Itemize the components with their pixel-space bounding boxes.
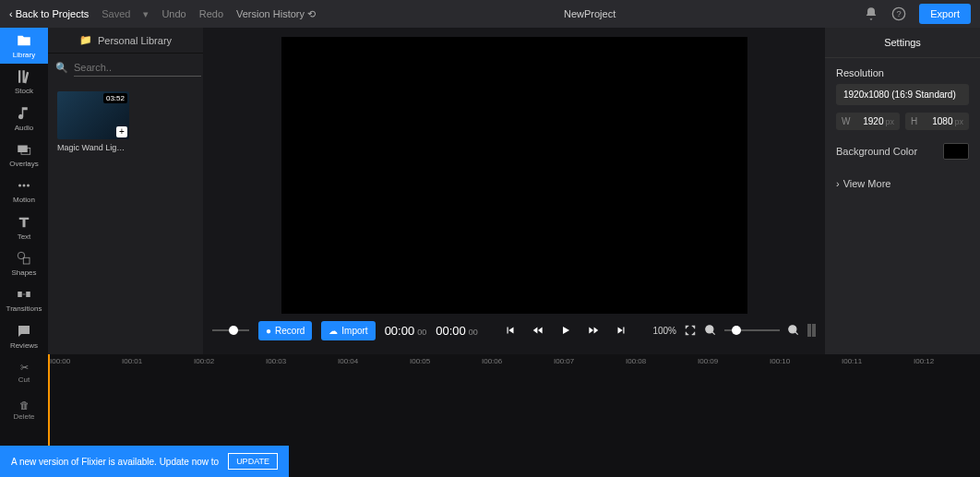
zoom-level: 100% xyxy=(652,326,676,336)
left-slider[interactable] xyxy=(212,329,249,331)
resolution-label: Resolution xyxy=(836,67,969,78)
help-icon[interactable]: ? xyxy=(891,6,906,21)
library-panel: 📁 Personal Library 🔍 ▼ ⇅ 03:52 + Magic W… xyxy=(48,28,203,354)
duration-time: 00:0000 xyxy=(436,324,478,338)
chevron-right-icon: › xyxy=(836,178,840,189)
bg-color-swatch[interactable] xyxy=(943,143,969,160)
version-history-button[interactable]: Version History ⟲ xyxy=(236,8,316,20)
bell-icon[interactable] xyxy=(864,6,878,21)
nav-shapes[interactable]: Shapes xyxy=(0,245,48,281)
skip-start-icon[interactable] xyxy=(504,324,517,337)
update-banner: A new version of Flixier is available. U… xyxy=(0,446,289,477)
nav-library[interactable]: Library xyxy=(0,28,48,64)
rewind-icon[interactable] xyxy=(532,324,544,337)
saved-dropdown-icon[interactable]: ▾ xyxy=(143,8,149,20)
clip-title: Magic Wand Light... xyxy=(57,143,129,152)
search-icon: 🔍 xyxy=(55,62,68,74)
svg-rect-10 xyxy=(26,292,30,297)
preview-canvas[interactable] xyxy=(281,37,747,314)
undo-button[interactable]: Undo xyxy=(161,8,185,19)
redo-button[interactable]: Redo xyxy=(199,8,223,19)
update-message: A new version of Flixier is available. U… xyxy=(11,457,219,467)
nav-text[interactable]: Text xyxy=(0,209,48,245)
nav-audio[interactable]: Audio xyxy=(0,101,48,137)
nav-stock[interactable]: Stock xyxy=(0,64,48,100)
project-title[interactable]: NewProject xyxy=(316,8,864,19)
record-button[interactable]: ●Record xyxy=(258,321,312,340)
svg-point-6 xyxy=(27,185,30,187)
nav-reviews[interactable]: Reviews xyxy=(0,318,48,354)
settings-panel: Settings Resolution 1920x1080 (16:9 Stan… xyxy=(825,28,980,354)
folder-icon: 📁 xyxy=(79,34,92,46)
cut-tool[interactable]: ✂Cut xyxy=(0,354,48,391)
side-nav: Library Stock Audio Overlays Motion Text… xyxy=(0,28,48,354)
view-more-toggle[interactable]: ›View More xyxy=(836,178,969,189)
back-to-projects[interactable]: ‹ Back to Projects xyxy=(9,8,89,19)
nav-motion[interactable]: Motion xyxy=(0,173,48,209)
search-input[interactable] xyxy=(74,59,201,77)
height-input[interactable]: H1080px xyxy=(905,113,969,130)
export-button[interactable]: Export xyxy=(919,4,971,24)
width-input[interactable]: W1920px xyxy=(836,113,900,130)
update-button[interactable]: UPDATE xyxy=(228,453,278,470)
current-time: 00:0000 xyxy=(385,324,427,338)
svg-text:?: ? xyxy=(897,9,902,18)
bg-color-label: Background Color xyxy=(836,146,917,157)
settings-title: Settings xyxy=(825,28,980,58)
resolution-select[interactable]: 1920x1080 (16:9 Standard) xyxy=(836,84,969,105)
svg-rect-9 xyxy=(18,292,22,297)
timeline-ruler[interactable]: I00:00 I00:01 I00:02 I00:03 I00:04 I00:0… xyxy=(48,354,980,371)
svg-point-5 xyxy=(23,185,26,187)
trash-icon: 🗑 xyxy=(19,399,30,411)
split-view-icon[interactable] xyxy=(807,324,816,337)
library-clip[interactable]: 03:52 + Magic Wand Light... xyxy=(57,91,129,152)
library-header[interactable]: 📁 Personal Library xyxy=(48,28,203,54)
fullscreen-icon[interactable] xyxy=(684,324,697,337)
skip-end-icon[interactable] xyxy=(615,324,627,337)
preview-area: ●Record ☁Import 00:0000 00:0000 100% xyxy=(203,28,825,354)
topbar: ‹ Back to Projects Saved ▾ Undo Redo Ver… xyxy=(0,0,980,28)
nav-transitions[interactable]: Transitions xyxy=(0,281,48,317)
cloud-icon: ☁ xyxy=(329,326,338,336)
forward-icon[interactable] xyxy=(587,324,600,337)
svg-rect-8 xyxy=(23,257,30,264)
svg-rect-2 xyxy=(18,146,28,153)
zoom-in-icon[interactable] xyxy=(787,324,800,337)
add-clip-button[interactable]: + xyxy=(116,126,127,137)
zoom-slider[interactable] xyxy=(724,329,780,331)
clip-duration: 03:52 xyxy=(103,93,127,103)
svg-point-4 xyxy=(18,185,21,187)
delete-tool[interactable]: 🗑Delete xyxy=(0,391,48,428)
record-icon: ● xyxy=(266,326,271,336)
import-button[interactable]: ☁Import xyxy=(321,321,375,340)
zoom-out-icon[interactable] xyxy=(704,324,717,337)
play-icon[interactable] xyxy=(559,324,572,337)
save-status: Saved xyxy=(102,8,130,19)
nav-overlays[interactable]: Overlays xyxy=(0,137,48,173)
scissors-icon: ✂ xyxy=(20,362,29,374)
